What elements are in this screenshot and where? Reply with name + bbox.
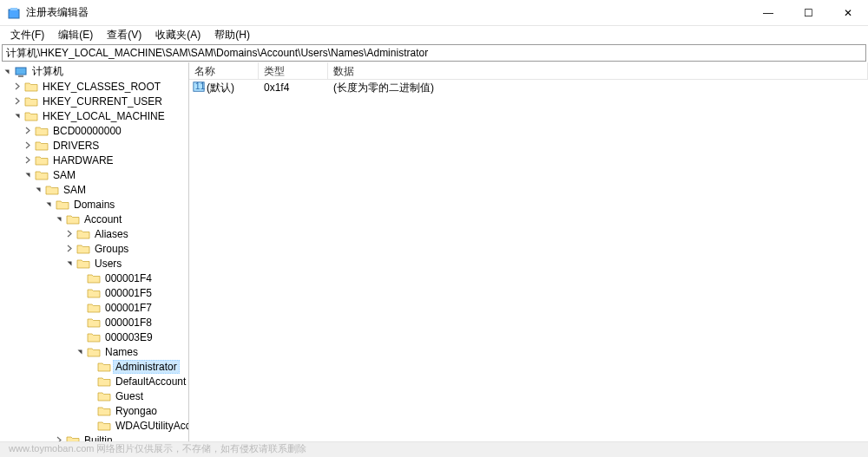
tree-node-label[interactable]: Ryongao <box>113 405 160 417</box>
tree-node-label[interactable]: 000001F8 <box>102 317 155 329</box>
tree-node-label[interactable]: WDAGUtilityAccount <box>113 420 189 432</box>
app-icon <box>7 6 21 20</box>
address-input[interactable] <box>3 47 865 59</box>
tree-node-label[interactable]: Groups <box>92 243 131 255</box>
tree-node[interactable]: HKEY_CURRENT_USER <box>0 94 188 108</box>
minimize-button[interactable]: — <box>748 0 788 25</box>
chevron-right-icon[interactable] <box>52 434 66 442</box>
tree-node[interactable]: Account <box>0 212 188 226</box>
tree-node[interactable]: HKEY_CLASSES_ROOT <box>0 79 188 94</box>
tree-node[interactable]: Names <box>0 344 188 359</box>
col-name[interactable]: 名称 <box>189 62 259 79</box>
values-panel: 名称 类型 数据 110(默认)0x1f4(长度为零的二进制值) <box>189 62 868 441</box>
tree-node[interactable]: Builtin <box>0 433 188 441</box>
tree-node[interactable]: 000001F4 <box>0 271 188 285</box>
menu-help[interactable]: 帮助(H) <box>207 26 257 44</box>
tree-node[interactable]: HARDWARE <box>0 153 188 167</box>
tree-node[interactable]: DefaultAccount <box>0 374 188 388</box>
binary-icon: 110 <box>193 81 205 95</box>
menu-view[interactable]: 查看(V) <box>100 26 148 44</box>
computer-icon <box>14 65 28 79</box>
menu-edit[interactable]: 编辑(E) <box>51 26 100 44</box>
tree-node[interactable]: 000003E9 <box>0 330 188 344</box>
folder-icon <box>87 301 101 315</box>
svg-text:110: 110 <box>195 81 205 91</box>
tree-panel[interactable]: 计算机HKEY_CLASSES_ROOTHKEY_CURRENT_USERHKE… <box>0 62 189 441</box>
chevron-down-icon[interactable] <box>31 183 45 197</box>
folder-icon <box>24 80 38 94</box>
tree-node[interactable]: Aliases <box>0 226 188 241</box>
tree-node[interactable]: 000001F7 <box>0 300 188 315</box>
col-type[interactable]: 类型 <box>259 62 328 79</box>
chevron-right-icon[interactable] <box>62 227 76 241</box>
title-bar: 注册表编辑器 — ☐ ✕ <box>0 0 868 26</box>
tree-node[interactable]: SAM <box>0 167 188 182</box>
tree-node[interactable]: DRIVERS <box>0 138 188 153</box>
tree-node-label[interactable]: SAM <box>50 169 78 181</box>
tree-node-label[interactable]: DRIVERS <box>50 140 102 152</box>
chevron-down-icon[interactable] <box>21 168 35 182</box>
menu-favorites[interactable]: 收藏夹(A) <box>148 26 207 44</box>
tree-node[interactable]: Groups <box>0 241 188 256</box>
folder-icon <box>66 434 80 442</box>
tree-node[interactable]: HKEY_LOCAL_MACHINE <box>0 108 188 123</box>
value-name-cell: 110(默认) <box>189 81 259 95</box>
content-area: 计算机HKEY_CLASSES_ROOTHKEY_CURRENT_USERHKE… <box>0 62 868 441</box>
tree-node[interactable]: 计算机 <box>0 64 188 79</box>
chevron-right-icon[interactable] <box>62 242 76 256</box>
chevron-right-icon[interactable] <box>10 80 24 94</box>
values-header: 名称 类型 数据 <box>189 62 868 80</box>
expander-empty <box>73 271 87 285</box>
folder-icon <box>35 139 49 153</box>
tree-node[interactable]: Ryongao <box>0 403 188 418</box>
tree-node[interactable]: Domains <box>0 197 188 212</box>
tree-node-label[interactable]: 000001F4 <box>102 272 155 284</box>
tree-node[interactable]: 000001F5 <box>0 285 188 300</box>
tree-node-label[interactable]: Domains <box>71 199 117 211</box>
tree-node-label[interactable]: HKEY_CURRENT_USER <box>40 95 165 108</box>
expander-empty <box>83 375 97 388</box>
tree-node-label[interactable]: Names <box>102 346 141 358</box>
chevron-down-icon[interactable] <box>10 109 24 123</box>
tree-node[interactable]: Administrator <box>0 359 188 374</box>
tree-node[interactable]: Users <box>0 256 188 271</box>
tree-node-label[interactable]: Aliases <box>92 228 131 240</box>
close-button[interactable]: ✕ <box>828 0 868 25</box>
tree-node-label[interactable]: HARDWARE <box>50 154 116 166</box>
chevron-right-icon[interactable] <box>21 139 35 153</box>
tree-node[interactable]: BCD00000000 <box>0 123 188 138</box>
tree-node-label[interactable]: 计算机 <box>30 64 66 79</box>
tree-node-label[interactable]: DefaultAccount <box>113 375 188 388</box>
menu-file[interactable]: 文件(F) <box>3 26 51 44</box>
folder-icon <box>97 360 111 374</box>
tree-node-label[interactable]: 000001F7 <box>102 302 155 314</box>
chevron-right-icon[interactable] <box>21 153 35 167</box>
chevron-down-icon[interactable] <box>62 257 76 271</box>
tree-node-label[interactable]: 000001F5 <box>102 287 155 299</box>
maximize-button[interactable]: ☐ <box>788 0 828 25</box>
tree-node-label[interactable]: HKEY_CLASSES_ROOT <box>40 81 163 93</box>
tree-node-label[interactable]: SAM <box>61 184 89 196</box>
tree-node[interactable]: 000001F8 <box>0 315 188 330</box>
tree-node-label[interactable]: Administrator <box>113 360 180 374</box>
tree-node-label[interactable]: Guest <box>113 390 146 402</box>
chevron-down-icon[interactable] <box>52 212 66 226</box>
chevron-down-icon[interactable] <box>42 198 56 212</box>
tree-node[interactable]: WDAGUtilityAccount <box>0 418 188 433</box>
chevron-down-icon[interactable] <box>0 65 14 79</box>
tree-node-label[interactable]: 000003E9 <box>102 331 155 343</box>
tree-node-label[interactable]: Users <box>92 258 124 270</box>
chevron-down-icon[interactable] <box>73 345 87 359</box>
chevron-right-icon[interactable] <box>21 124 35 138</box>
tree-node-label[interactable]: BCD00000000 <box>50 125 124 137</box>
tree-node-label[interactable]: Account <box>82 213 124 225</box>
expander-empty <box>73 316 87 330</box>
tree-node[interactable]: Guest <box>0 388 188 403</box>
svg-rect-3 <box>18 75 23 77</box>
tree-node[interactable]: SAM <box>0 182 188 197</box>
tree-node-label[interactable]: HKEY_LOCAL_MACHINE <box>40 110 168 122</box>
tree-node-label[interactable]: Builtin <box>82 434 115 442</box>
col-data[interactable]: 数据 <box>328 62 868 79</box>
chevron-right-icon[interactable] <box>10 95 24 108</box>
value-row[interactable]: 110(默认)0x1f4(长度为零的二进制值) <box>189 80 868 95</box>
